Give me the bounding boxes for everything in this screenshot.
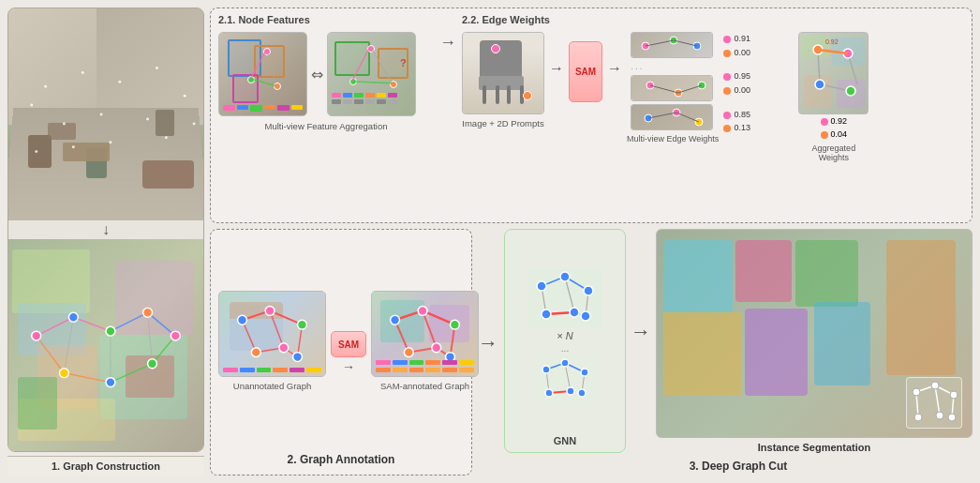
mv-weights-group: ... (627, 32, 719, 143)
main-container: Input Mesh / Point Cloud ↓ (0, 0, 980, 483)
svg-point-27 (106, 326, 115, 336)
svg-point-31 (106, 378, 115, 387)
svg-point-29 (171, 331, 180, 340)
agg-scores: 0.92 0.04 (821, 116, 848, 140)
mv-item-2 (631, 75, 713, 101)
inst-graph-svg (907, 378, 962, 429)
svg-point-118 (581, 369, 588, 376)
svg-line-15 (73, 317, 111, 331)
svg-line-20 (111, 364, 153, 383)
svg-point-120 (567, 387, 574, 395)
mv-graph-1 (631, 33, 713, 58)
mv-weights-caption: Multi-view Edge Weights (627, 132, 719, 143)
svg-point-65 (815, 80, 824, 89)
svg-line-24 (148, 312, 153, 363)
svg-point-3 (156, 67, 158, 69)
svg-point-78 (298, 320, 307, 329)
image-prompts-group: Image + 2D Prompts (462, 32, 544, 128)
svg-point-128 (931, 382, 939, 389)
mini-graph-2: ? (327, 32, 416, 116)
unannot-feat-bars (223, 368, 321, 372)
unannotated-box (218, 291, 326, 377)
svg-point-105 (584, 286, 593, 295)
svg-line-35 (267, 50, 276, 86)
question-mark: ? (400, 57, 407, 68)
right-arrow-inst: → (631, 320, 651, 344)
gnn-label: GNN (554, 433, 576, 446)
svg-line-18 (37, 336, 65, 373)
svg-point-127 (913, 388, 920, 396)
svg-point-30 (59, 369, 68, 378)
svg-point-66 (846, 86, 855, 96)
svg-line-125 (935, 385, 940, 415)
instance-seg-group: Instance Segmentation (656, 229, 973, 453)
scores-panel: 0.91 0.00 0.95 (723, 32, 794, 134)
node-features-area: ⇔ (218, 32, 434, 116)
svg-line-43 (674, 40, 697, 46)
agg-dot-orange (821, 131, 828, 139)
instance-seg-caption: Instance Segmentation (656, 440, 973, 453)
sam-group: SAM (569, 32, 602, 102)
agg-view-box: 0.92 (798, 32, 869, 114)
svg-point-106 (542, 309, 551, 319)
svg-point-117 (561, 359, 569, 367)
score-dot-orange-3 (723, 125, 731, 132)
svg-line-37 (370, 47, 392, 83)
svg-line-21 (153, 336, 176, 364)
agg-graph-svg: 0.92 (799, 33, 869, 114)
score-val-2a: 0.95 (734, 71, 750, 83)
svg-line-52 (648, 113, 676, 118)
mini-graph-edges-1 (219, 33, 306, 115)
annot-row: Unannotated Graph SAM → (218, 235, 464, 446)
right-arrow-annot: → (342, 359, 355, 374)
mv-panel: ... (631, 32, 715, 130)
svg-point-89 (391, 315, 400, 325)
gnn-graph-2 (535, 355, 596, 402)
mv-item-3 (631, 104, 713, 130)
svg-point-1 (82, 71, 84, 74)
score-row-1a: 0.91 (723, 34, 794, 45)
gnn-dots-label: ... (561, 343, 569, 354)
sam-box: SAM (569, 41, 602, 102)
node-features-section: 2.1. Node Features (218, 14, 434, 131)
svg-point-130 (914, 414, 922, 421)
arrow-to-edge: → (439, 14, 456, 53)
score-row-2b: 0.00 (723, 85, 794, 97)
svg-point-79 (251, 348, 260, 357)
right-arrow-3: → (607, 60, 622, 77)
score-row-3a: 0.85 (723, 110, 794, 121)
top-row-content: 2.1. Node Features (218, 14, 964, 162)
chair-scene (463, 33, 543, 113)
svg-point-108 (581, 311, 590, 321)
svg-point-131 (936, 412, 943, 419)
room-scene-top (8, 8, 203, 220)
mv-graph-3 (631, 105, 713, 130)
edge-weights-area: Image + 2D Prompts → SAM → (462, 32, 964, 162)
section3-deep: × N ... (504, 229, 973, 475)
unannotated-caption: Unannotated Graph (233, 379, 311, 391)
score-dot-orange-1 (723, 50, 731, 57)
score-dot-pink-2 (723, 73, 731, 81)
sam-box-bottom: SAM (331, 331, 366, 357)
score-val-1b: 0.00 (734, 48, 750, 59)
svg-point-7 (35, 150, 37, 153)
svg-point-76 (238, 315, 247, 325)
svg-point-25 (32, 331, 41, 340)
svg-point-77 (265, 307, 275, 316)
inst-scene-bg (657, 230, 972, 437)
down-arrow: ↓ (8, 220, 203, 239)
unannotated-scene (219, 292, 325, 376)
instance-area (656, 229, 973, 438)
svg-point-11 (193, 122, 196, 125)
agg-dot-pink (821, 118, 828, 126)
prompt-dot-pink (491, 44, 500, 53)
superpoint-graph-view: Superpoint Graph (8, 239, 203, 451)
inst-region-7 (886, 240, 956, 375)
inst-region-4 (663, 312, 742, 395)
feat-bar-1 (223, 105, 235, 111)
svg-point-107 (570, 308, 579, 317)
inst-region-6 (814, 302, 870, 385)
edge-weights-section: 2.2. Edge Weights (462, 14, 964, 162)
svg-point-5 (100, 113, 103, 116)
svg-point-93 (432, 343, 441, 353)
